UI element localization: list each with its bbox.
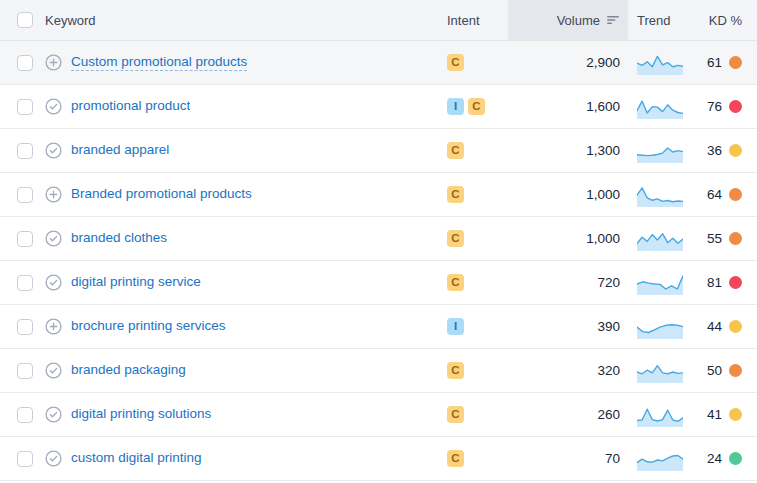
trend-sparkline: [637, 51, 683, 75]
trend-sparkline: [637, 183, 683, 207]
intent-badges: C: [445, 129, 508, 172]
intent-badges: C: [445, 173, 508, 216]
intent-badges: C: [445, 217, 508, 260]
row-checkbox[interactable]: [17, 275, 33, 291]
table-row: branded apparel C 1,300 36: [0, 129, 757, 173]
column-header-volume[interactable]: Volume: [557, 13, 600, 28]
check-circle-icon[interactable]: [45, 274, 62, 291]
kd-difficulty-dot: [729, 56, 742, 69]
trend-sparkline: [637, 315, 683, 339]
row-checkbox[interactable]: [17, 99, 33, 115]
table-body: Custom promotional products C 2,900 61 p…: [0, 41, 757, 481]
header-cell-trend: Trend: [628, 0, 686, 40]
header-cell-intent: Intent: [445, 0, 508, 40]
kd-difficulty-dot: [729, 144, 742, 157]
intent-badge-C: C: [447, 142, 464, 159]
check-circle-icon[interactable]: [45, 98, 62, 115]
trend-sparkline: [637, 271, 683, 295]
column-header-intent: Intent: [447, 13, 480, 28]
keyword-link[interactable]: branded apparel: [71, 142, 169, 159]
table-header-row: Keyword Intent Volume Trend KD %: [0, 0, 757, 41]
table-row: digital printing solutions C 260 41: [0, 393, 757, 437]
column-header-kd: KD %: [709, 13, 742, 28]
column-header-keyword: Keyword: [45, 13, 96, 28]
kd-value: 61: [707, 55, 722, 70]
intent-badge-C: C: [447, 406, 464, 423]
row-checkbox[interactable]: [17, 231, 33, 247]
volume-value: 390: [508, 305, 628, 348]
kd-value: 55: [707, 231, 722, 246]
plus-circle-icon[interactable]: [45, 186, 62, 203]
volume-value: 320: [508, 349, 628, 392]
kd-difficulty-dot: [729, 320, 742, 333]
row-checkbox[interactable]: [17, 55, 33, 71]
volume-value: 260: [508, 393, 628, 436]
sort-descending-icon[interactable]: [606, 13, 620, 27]
table-row: branded clothes C 1,000 55: [0, 217, 757, 261]
kd-difficulty-dot: [729, 232, 742, 245]
kd-difficulty-dot: [729, 364, 742, 377]
intent-badges: C: [445, 437, 508, 480]
plus-circle-icon[interactable]: [45, 318, 62, 335]
intent-badge-C: C: [447, 186, 464, 203]
intent-badges: C: [445, 393, 508, 436]
row-checkbox[interactable]: [17, 143, 33, 159]
volume-value: 1,600: [508, 85, 628, 128]
check-circle-icon[interactable]: [45, 142, 62, 159]
kd-difficulty-dot: [729, 188, 742, 201]
trend-sparkline: [637, 359, 683, 383]
volume-value: 1,000: [508, 217, 628, 260]
plus-circle-icon[interactable]: [45, 54, 62, 71]
keyword-link[interactable]: Custom promotional products: [71, 54, 247, 71]
check-circle-icon[interactable]: [45, 230, 62, 247]
table-row: Branded promotional products C 1,000 64: [0, 173, 757, 217]
table-row: brochure printing services I 390 44: [0, 305, 757, 349]
check-circle-icon[interactable]: [45, 406, 62, 423]
intent-badges: C: [445, 41, 508, 84]
select-all-checkbox[interactable]: [17, 12, 33, 28]
keyword-link[interactable]: promotional product: [71, 98, 190, 115]
trend-sparkline: [637, 447, 683, 471]
kd-value: 64: [707, 187, 722, 202]
row-checkbox[interactable]: [17, 451, 33, 467]
table-row: digital printing service C 720 81: [0, 261, 757, 305]
kd-difficulty-dot: [729, 408, 742, 421]
volume-value: 1,000: [508, 173, 628, 216]
volume-value: 2,900: [508, 41, 628, 84]
keyword-link[interactable]: branded clothes: [71, 230, 167, 247]
intent-badge-C: C: [447, 274, 464, 291]
keyword-table: Keyword Intent Volume Trend KD % Custom …: [0, 0, 757, 483]
table-row: custom digital printing C 70 24: [0, 437, 757, 481]
kd-value: 76: [707, 99, 722, 114]
header-cell-volume[interactable]: Volume: [508, 0, 628, 40]
volume-value: 720: [508, 261, 628, 304]
kd-difficulty-dot: [729, 452, 742, 465]
volume-value: 70: [508, 437, 628, 480]
header-cell-checkbox: [0, 0, 45, 40]
intent-badge-C: C: [447, 230, 464, 247]
intent-badge-C: C: [447, 54, 464, 71]
table-row: Custom promotional products C 2,900 61: [0, 41, 757, 85]
header-cell-kd: KD %: [686, 0, 757, 40]
check-circle-icon[interactable]: [45, 362, 62, 379]
row-checkbox[interactable]: [17, 363, 33, 379]
intent-badge-C: C: [447, 362, 464, 379]
kd-value: 41: [707, 407, 722, 422]
keyword-link[interactable]: custom digital printing: [71, 450, 202, 467]
kd-value: 50: [707, 363, 722, 378]
keyword-link[interactable]: Branded promotional products: [71, 186, 252, 203]
intent-badge-C: C: [447, 450, 464, 467]
row-checkbox[interactable]: [17, 407, 33, 423]
keyword-link[interactable]: brochure printing services: [71, 318, 226, 335]
keyword-link[interactable]: digital printing solutions: [71, 406, 211, 423]
intent-badges: I: [445, 305, 508, 348]
kd-value: 44: [707, 319, 722, 334]
row-checkbox[interactable]: [17, 319, 33, 335]
check-circle-icon[interactable]: [45, 450, 62, 467]
keyword-link[interactable]: branded packaging: [71, 362, 186, 379]
header-cell-keyword: Keyword: [45, 0, 445, 40]
keyword-link[interactable]: digital printing service: [71, 274, 201, 291]
row-checkbox[interactable]: [17, 187, 33, 203]
trend-sparkline: [637, 139, 683, 163]
volume-value: 1,300: [508, 129, 628, 172]
